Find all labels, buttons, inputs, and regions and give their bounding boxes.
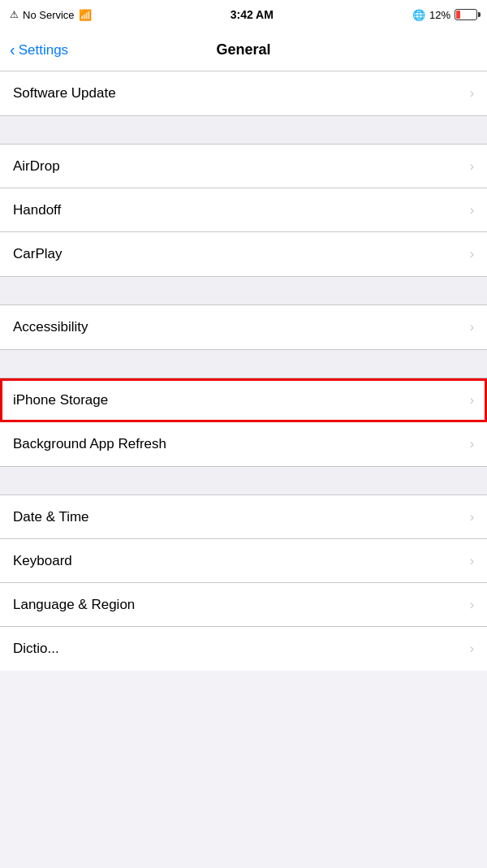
handoff-label: Handoff (13, 202, 61, 218)
earth-icon: 🌐 (412, 9, 425, 21)
language-region-row[interactable]: Language & Region › (0, 583, 487, 627)
handoff-row[interactable]: Handoff › (0, 188, 487, 232)
keyboard-label: Keyboard (13, 553, 72, 569)
section-2: AirDrop › Handoff › CarPlay › (0, 145, 487, 276)
section-4: iPhone Storage › Background App Refresh … (0, 378, 487, 466)
status-right: 🌐 12% (412, 9, 477, 21)
date-time-label: Date & Time (13, 509, 89, 525)
separator-3 (0, 349, 487, 378)
software-update-row[interactable]: Software Update › (0, 71, 487, 115)
back-label: Settings (19, 42, 68, 58)
accessibility-label: Accessibility (13, 319, 88, 335)
separator-1 (0, 115, 487, 145)
background-app-refresh-row[interactable]: Background App Refresh › (0, 422, 487, 466)
section-1: Software Update › (0, 71, 487, 115)
battery-icon-container (455, 9, 477, 20)
battery-fill (456, 11, 460, 19)
chevron-icon: › (470, 320, 474, 335)
chevron-icon: › (470, 203, 474, 218)
back-button[interactable]: ‹ Settings (10, 42, 68, 58)
chevron-icon: › (470, 510, 474, 525)
language-region-label: Language & Region (13, 597, 135, 613)
chevron-icon: › (470, 247, 474, 261)
section-3: Accessibility › (0, 305, 487, 349)
iphone-storage-row[interactable]: iPhone Storage › (0, 378, 487, 422)
chevron-icon: › (470, 641, 474, 656)
separator-4 (0, 466, 487, 495)
wifi-icon: 📶 (79, 9, 92, 21)
iphone-storage-label: iPhone Storage (13, 392, 108, 408)
carplay-label: CarPlay (13, 246, 62, 262)
chevron-icon: › (470, 554, 474, 568)
back-arrow-icon: ‹ (10, 41, 15, 58)
separator-2 (0, 276, 487, 305)
battery-icon (455, 9, 477, 20)
background-app-refresh-label: Background App Refresh (13, 436, 166, 452)
dictionary-row[interactable]: Dictio... › (0, 627, 487, 671)
section-5: Date & Time › Keyboard › Language & Regi… (0, 495, 487, 671)
battery-percent: 12% (429, 9, 450, 21)
status-left: ⚠ No Service 📶 (10, 9, 92, 21)
software-update-label: Software Update (13, 85, 116, 101)
chevron-icon: › (470, 598, 474, 612)
dictionary-label: Dictio... (13, 641, 59, 657)
nav-bar: ‹ Settings General (0, 29, 487, 71)
page-title: General (216, 41, 270, 58)
chevron-icon: › (470, 86, 474, 101)
chevron-icon: › (470, 437, 474, 451)
chevron-icon: › (470, 159, 474, 174)
accessibility-row[interactable]: Accessibility › (0, 305, 487, 349)
status-bar: ⚠ No Service 📶 3:42 AM 🌐 12% (0, 0, 487, 29)
alert-icon: ⚠ (10, 9, 19, 20)
chevron-icon: › (470, 393, 474, 408)
airdrop-row[interactable]: AirDrop › (0, 145, 487, 188)
keyboard-row[interactable]: Keyboard › (0, 539, 487, 583)
no-service-label: No Service (23, 9, 75, 21)
carplay-row[interactable]: CarPlay › (0, 232, 487, 276)
date-time-row[interactable]: Date & Time › (0, 495, 487, 539)
status-time: 3:42 AM (231, 8, 274, 21)
airdrop-label: AirDrop (13, 158, 60, 175)
